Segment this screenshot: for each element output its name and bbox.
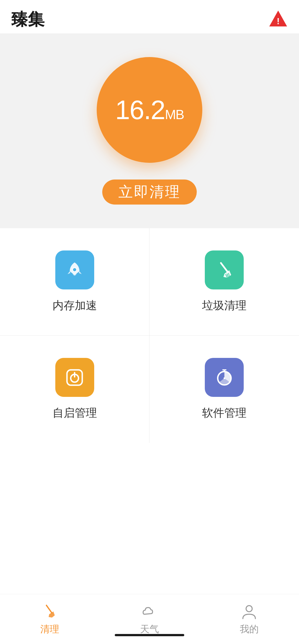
app-header: 臻集 ! bbox=[0, 0, 299, 33]
warning-icon[interactable]: ! bbox=[268, 9, 288, 30]
feature-grid: 内存加速 垃圾清理 bbox=[0, 228, 299, 443]
storage-display: 16.2MB bbox=[115, 95, 184, 125]
weather-nav-icon bbox=[140, 603, 158, 621]
storage-unit: MB bbox=[165, 107, 184, 122]
svg-point-2 bbox=[73, 268, 77, 272]
autostart-icon-wrapper bbox=[55, 358, 94, 397]
app-title: 臻集 bbox=[11, 8, 44, 31]
clean-nav-icon bbox=[41, 603, 59, 621]
mine-nav-icon bbox=[240, 603, 258, 621]
nav-item-clean[interactable]: 清理 bbox=[29, 600, 70, 638]
nav-item-mine[interactable]: 我的 bbox=[229, 600, 270, 638]
power-icon bbox=[64, 367, 85, 388]
svg-point-15 bbox=[246, 606, 252, 612]
clean-nav-label: 清理 bbox=[40, 623, 59, 636]
memory-boost-item[interactable]: 内存加速 bbox=[0, 228, 150, 336]
rocket-icon bbox=[64, 260, 85, 281]
junk-clean-item[interactable]: 垃圾清理 bbox=[150, 228, 299, 336]
junk-clean-label: 垃圾清理 bbox=[202, 298, 246, 313]
storage-value: 16.2 bbox=[115, 95, 165, 125]
autostart-label: 自启管理 bbox=[53, 405, 97, 421]
storage-circle: 16.2MB bbox=[97, 57, 202, 163]
svg-line-14 bbox=[46, 605, 52, 613]
hero-section: 16.2MB 立即清理 bbox=[0, 33, 299, 228]
app-manage-icon-wrapper bbox=[205, 358, 244, 397]
svg-line-3 bbox=[221, 263, 228, 272]
pie-chart-icon bbox=[214, 367, 235, 388]
clean-now-button[interactable]: 立即清理 bbox=[102, 180, 197, 205]
broom-icon bbox=[214, 260, 235, 281]
junk-clean-icon-wrapper bbox=[205, 250, 244, 289]
memory-boost-icon-wrapper bbox=[55, 250, 94, 289]
svg-text:!: ! bbox=[277, 16, 280, 26]
svg-point-11 bbox=[223, 377, 225, 379]
app-manage-item[interactable]: 软件管理 bbox=[150, 336, 299, 443]
nav-indicator bbox=[115, 634, 184, 636]
mine-nav-label: 我的 bbox=[240, 623, 259, 636]
app-manage-label: 软件管理 bbox=[202, 405, 246, 421]
nav-item-weather[interactable]: 天气 bbox=[129, 600, 170, 638]
memory-boost-label: 内存加速 bbox=[53, 298, 97, 313]
bottom-navigation: 清理 天气 我的 bbox=[0, 594, 299, 644]
autostart-item[interactable]: 自启管理 bbox=[0, 336, 150, 443]
